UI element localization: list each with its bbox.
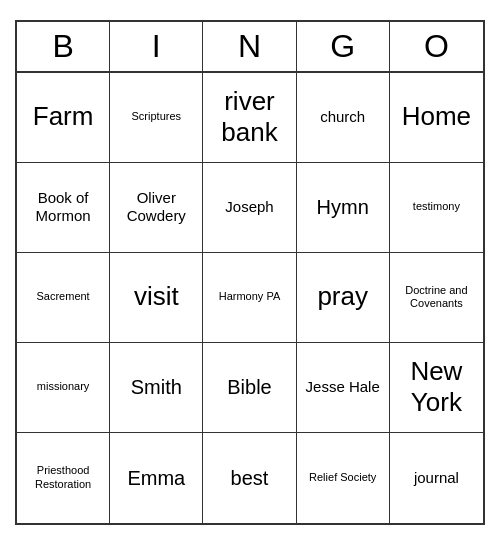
- bingo-cell: Hymn: [297, 163, 390, 253]
- bingo-cell: Book of Mormon: [17, 163, 110, 253]
- bingo-cell: pray: [297, 253, 390, 343]
- bingo-cell: Harmony PA: [203, 253, 296, 343]
- bingo-cell: New York: [390, 343, 483, 433]
- bingo-cell: river bank: [203, 73, 296, 163]
- bingo-cell: missionary: [17, 343, 110, 433]
- bingo-cell: Jesse Hale: [297, 343, 390, 433]
- bingo-cell: Oliver Cowdery: [110, 163, 203, 253]
- bingo-cell: Priesthood Restoration: [17, 433, 110, 523]
- bingo-cell: journal: [390, 433, 483, 523]
- header-letter: B: [17, 22, 110, 71]
- bingo-cell: testimony: [390, 163, 483, 253]
- bingo-cell: Doctrine and Covenants: [390, 253, 483, 343]
- bingo-header: BINGO: [17, 22, 483, 73]
- bingo-cell: Emma: [110, 433, 203, 523]
- header-letter: N: [203, 22, 296, 71]
- bingo-cell: Bible: [203, 343, 296, 433]
- header-letter: I: [110, 22, 203, 71]
- bingo-cell: best: [203, 433, 296, 523]
- bingo-cell: Sacrement: [17, 253, 110, 343]
- bingo-cell: Joseph: [203, 163, 296, 253]
- bingo-grid: FarmScripturesriver bankchurchHomeBook o…: [17, 73, 483, 523]
- bingo-cell: church: [297, 73, 390, 163]
- bingo-cell: Home: [390, 73, 483, 163]
- bingo-cell: Farm: [17, 73, 110, 163]
- bingo-cell: Relief Society: [297, 433, 390, 523]
- bingo-cell: Scriptures: [110, 73, 203, 163]
- header-letter: O: [390, 22, 483, 71]
- bingo-card: BINGO FarmScripturesriver bankchurchHome…: [15, 20, 485, 525]
- bingo-cell: Smith: [110, 343, 203, 433]
- bingo-cell: visit: [110, 253, 203, 343]
- header-letter: G: [297, 22, 390, 71]
